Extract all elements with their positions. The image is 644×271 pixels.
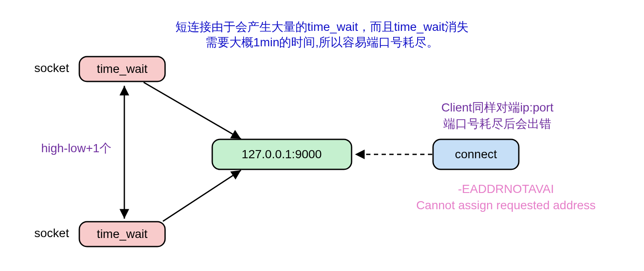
socket-label-bottom: socket [34,226,69,240]
node-server: 127.0.0.1:9000 [212,139,352,169]
node-time-wait-bottom-label: time_wait [97,227,147,241]
diagram-canvas: 短连接由于会产生大量的time_wait，而且time_wait消失 需要大概1… [0,0,644,271]
node-time-wait-top: time_wait [79,57,165,81]
title-line2: 需要大概1min的时间,所以容易端口号耗尽。 [205,36,439,49]
node-time-wait-top-label: time_wait [97,62,147,75]
error-line1: -EADDRNOTAVAI [458,182,554,196]
node-connect: connect [433,139,519,169]
node-server-label: 127.0.0.1:9000 [242,148,322,161]
error-line2: Cannot assign requested address [416,199,596,212]
arrow-bottom-to-server [163,170,241,221]
client-note-line2: 端口号耗尽后会出错 [443,117,551,130]
socket-label-top: socket [34,61,69,75]
node-time-wait-bottom: time_wait [79,222,165,247]
node-connect-label: connect [455,148,497,161]
range-label: high-low+1个 [41,142,111,155]
title-line1: 短连接由于会产生大量的time_wait，而且time_wait消失 [175,20,469,33]
client-note-line1: Client同样对端ip:port [441,101,554,114]
arrow-top-to-server [144,82,241,139]
